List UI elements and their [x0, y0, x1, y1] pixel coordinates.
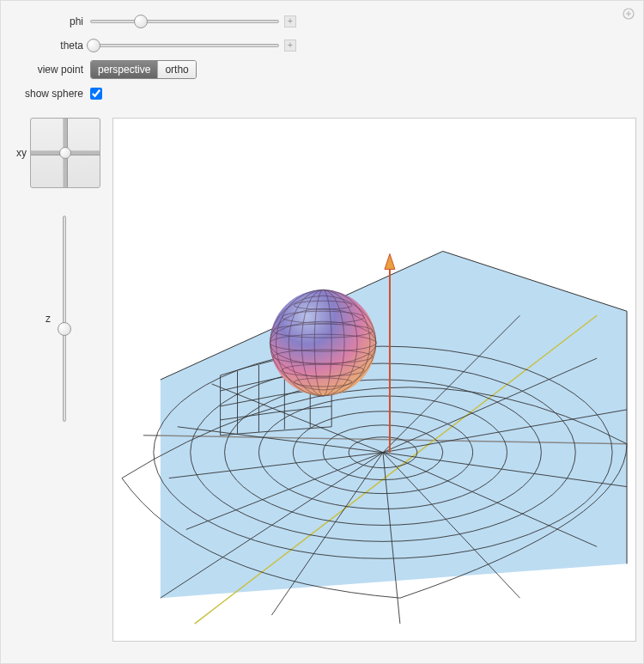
xy-label: xy: [16, 147, 27, 159]
controls-area: phi + theta + view point perspective ort…: [8, 8, 636, 118]
body-area: xy z: [8, 118, 636, 642]
z-slider-thumb[interactable]: [58, 322, 71, 336]
sphere: [270, 289, 376, 396]
theta-label: theta: [11, 40, 90, 52]
z-label: z: [46, 313, 51, 325]
phi-expand-icon[interactable]: +: [284, 15, 296, 27]
svg-point-23: [270, 289, 376, 396]
expand-icon[interactable]: [623, 8, 635, 20]
theta-slider[interactable]: [90, 39, 279, 52]
xy-pad-thumb[interactable]: [59, 147, 71, 159]
viewpoint-perspective-button[interactable]: perspective: [91, 61, 158, 78]
xy-pad[interactable]: [30, 118, 100, 188]
plane-surface: [161, 251, 627, 598]
show-sphere-row: show sphere: [11, 85, 633, 102]
z-control: z: [46, 207, 71, 430]
show-sphere-label: show sphere: [11, 88, 90, 100]
xy-control: xy: [16, 118, 100, 188]
z-axis-arrowhead-icon: [385, 253, 395, 269]
theta-row: theta +: [11, 37, 633, 54]
viewpoint-row: view point perspective ortho: [11, 61, 633, 78]
viewpoint-ortho-button[interactable]: ortho: [158, 61, 195, 78]
manipulate-panel: phi + theta + view point perspective ort…: [0, 0, 644, 664]
phi-slider[interactable]: [90, 15, 279, 28]
viewpoint-toggle: perspective ortho: [90, 60, 197, 79]
scene-svg: [113, 119, 635, 641]
theta-expand-icon[interactable]: +: [284, 40, 296, 52]
phi-label: phi: [11, 15, 90, 27]
left-controls: xy z: [11, 118, 106, 642]
viewpoint-label: view point: [11, 64, 90, 76]
show-sphere-checkbox[interactable]: [90, 88, 102, 100]
z-slider[interactable]: [58, 216, 71, 422]
phi-slider-thumb[interactable]: [134, 15, 148, 28]
phi-row: phi +: [11, 13, 633, 30]
graphics-viewport[interactable]: [112, 118, 636, 642]
theta-slider-thumb[interactable]: [87, 39, 100, 52]
